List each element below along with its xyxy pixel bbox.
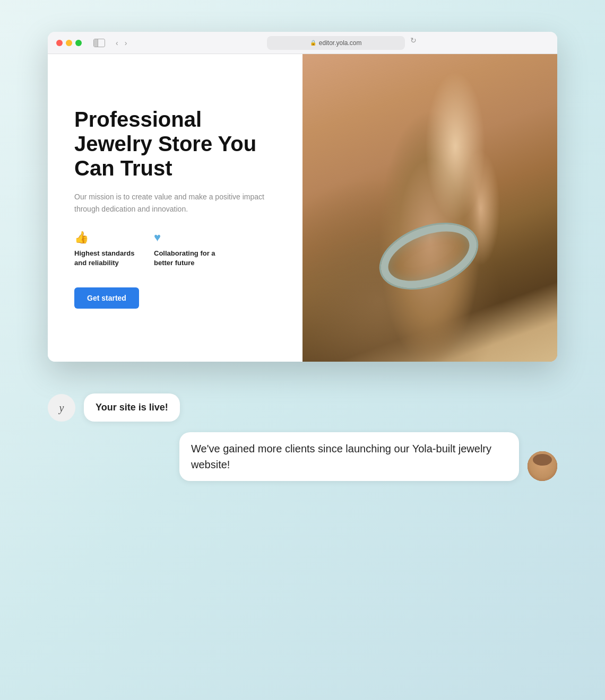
- browser-window: ‹ › 🔒 editor.yola.com ↻ Professional Jew…: [48, 32, 557, 362]
- browser-content: Professional Jewelry Store You Can Trust…: [48, 54, 557, 362]
- yola-avatar: y: [48, 394, 75, 422]
- chat-bubble-1-text: Your site is live!: [96, 402, 168, 413]
- feature-label-2: Collaborating for a better future: [154, 249, 218, 268]
- jewelry-photo: [302, 54, 557, 362]
- get-started-button[interactable]: Get started: [74, 287, 139, 309]
- close-button[interactable]: [56, 40, 63, 46]
- chat-section: y Your site is live! We've gained more c…: [48, 383, 557, 492]
- hero-description: Our mission is to create value and make …: [74, 191, 276, 215]
- hero-title: Professional Jewelry Store You Can Trust: [74, 107, 276, 180]
- address-bar[interactable]: 🔒 editor.yola.com: [267, 36, 405, 50]
- back-button[interactable]: ‹: [114, 38, 120, 48]
- chat-row-1: y Your site is live!: [48, 393, 557, 422]
- browser-titlebar: ‹ › 🔒 editor.yola.com ↻: [48, 32, 557, 54]
- thumbs-up-icon: 👍: [74, 231, 138, 244]
- sidebar-toggle-button[interactable]: [93, 39, 105, 47]
- traffic-lights: [56, 40, 82, 46]
- nav-buttons: ‹ ›: [114, 38, 129, 48]
- chat-bubble-2-text: We've gained more clients since launchin…: [191, 443, 491, 470]
- user-avatar-face: [528, 451, 557, 481]
- forward-button[interactable]: ›: [123, 38, 129, 48]
- address-bar-area: 🔒 editor.yola.com ↻: [134, 36, 549, 50]
- feature-item-2: ♥ Collaborating for a better future: [154, 231, 218, 268]
- chat-bubble-2: We've gained more clients since launchin…: [179, 432, 519, 481]
- yola-letter: y: [59, 402, 64, 414]
- chat-row-2: We've gained more clients since launchin…: [48, 432, 557, 481]
- chat-bubble-1: Your site is live!: [84, 393, 180, 422]
- feature-label-1: Highest standards and reliability: [74, 249, 138, 268]
- minimize-button[interactable]: [66, 40, 72, 46]
- refresh-button[interactable]: ↻: [410, 36, 417, 50]
- features-row: 👍 Highest standards and reliability ♥ Co…: [74, 231, 276, 268]
- url-text: editor.yola.com: [319, 39, 362, 47]
- user-avatar: [528, 451, 557, 481]
- heart-icon: ♥: [154, 231, 218, 244]
- hero-right-image: [302, 54, 557, 362]
- hero-left-panel: Professional Jewelry Store You Can Trust…: [48, 54, 302, 362]
- maximize-button[interactable]: [75, 40, 82, 46]
- lock-icon: 🔒: [310, 40, 316, 46]
- feature-item-1: 👍 Highest standards and reliability: [74, 231, 138, 268]
